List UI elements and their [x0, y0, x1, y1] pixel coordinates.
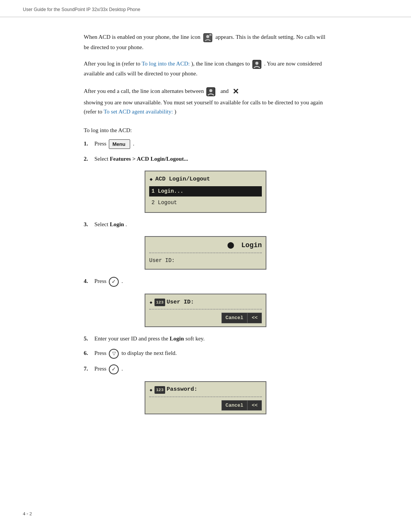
page-footer: 4 - 2 — [23, 511, 32, 517]
step-1-text-after: . — [133, 141, 134, 147]
p3-and: and — [220, 88, 229, 94]
x-icon: ✕ — [233, 85, 239, 98]
password-title-icon: ⬥ — [149, 385, 153, 395]
back-button[interactable]: << — [247, 313, 262, 323]
svg-point-5 — [255, 62, 258, 65]
step-4-content: Press ✓ . — [94, 276, 327, 287]
paragraph-3: After you end a call, the line icon alte… — [84, 85, 327, 117]
check-mark: ✓ — [112, 277, 116, 286]
p3-start: After you end a call, the line icon alte… — [84, 88, 204, 94]
acd-available-icon — [252, 59, 261, 69]
page-content: When ACD is enabled on your phone, the l… — [0, 17, 411, 444]
step-3-content: Select Login . — [94, 220, 327, 229]
step-7-text-after: . — [121, 366, 123, 372]
check-mark-2: ✓ — [112, 365, 116, 374]
step-2-content: Select Features > ACD Login/Logout... — [94, 154, 327, 164]
login-title-text: Login — [241, 241, 262, 249]
keyboard-badge: 123 — [155, 299, 165, 306]
step-6-content: Press ▽ to display the next field. — [94, 348, 327, 359]
svg-text:≡: ≡ — [210, 35, 211, 37]
acd-item-logout: 2 Logout — [149, 198, 262, 208]
check-button-icon[interactable]: ✓ — [109, 277, 119, 287]
step-7-num: 7. — [84, 364, 94, 374]
p2-start: After you log in (refer to — [84, 61, 140, 67]
step-2-text: Select — [94, 156, 108, 162]
acd-screen-title-bar: ⬥ ACD Login/Logout — [149, 174, 262, 184]
step-6-text-after: to display the next field. — [121, 350, 177, 356]
steps-list: 1. Press Menu . 2. Select Features > ACD… — [84, 139, 327, 414]
section-heading: To log into the ACD: — [84, 127, 327, 134]
step-2: 2. Select Features > ACD Login/Logout... — [84, 154, 327, 164]
svg-point-7 — [209, 89, 212, 92]
step-3-text: Select — [94, 221, 108, 227]
down-button-icon[interactable]: ▽ — [109, 349, 119, 359]
acd-title-icon: ⬥ — [149, 174, 153, 184]
step-5: 5. Enter your user ID and press the Logi… — [84, 334, 327, 343]
step-1-text-before: Press — [94, 141, 107, 147]
step-2-bold: Features > ACD Login/Logout... — [110, 156, 188, 162]
down-arrow: ▽ — [112, 350, 116, 358]
user-id-screen: ⬥ 123 User ID: Cancel << — [145, 294, 266, 327]
step-7-content: Press ✓ . — [94, 364, 327, 374]
step-7: 7. Press ✓ . — [84, 364, 327, 374]
acd-unavailable-icon — [206, 86, 215, 96]
login-screen-title: ⬤ Login — [149, 240, 262, 254]
login-screen-container: ⬤ Login User ID: — [84, 236, 327, 270]
user-id-label: User ID: — [167, 298, 194, 307]
step-5-content: Enter your user ID and press the Login s… — [94, 334, 327, 343]
page-number: 4 - 2 — [23, 511, 32, 516]
password-screen: ⬥ 123 Password: Cancel << — [145, 381, 266, 415]
cancel-button[interactable]: Cancel — [221, 313, 248, 323]
user-id-title-icon: ⬥ — [149, 297, 153, 307]
step-4-text-before: Press — [94, 278, 107, 284]
paragraph-2: After you log in (refer to To log into t… — [84, 59, 327, 78]
password-buttons: Cancel << — [149, 400, 262, 411]
acd-screen-title: ACD Login/Logout — [155, 175, 210, 184]
password-cancel-button[interactable]: Cancel — [221, 400, 248, 411]
step-4: 4. Press ✓ . — [84, 276, 327, 287]
step-3-num: 3. — [84, 220, 94, 229]
step-6-num: 6. — [84, 348, 94, 358]
password-back-button[interactable]: << — [247, 400, 262, 411]
login-screen-field: User ID: — [149, 256, 262, 266]
header-text: User Guide for the SoundPoint IP 32x/33x… — [23, 7, 140, 12]
acd-login-logout-screen: ⬥ ACD Login/Logout 1 Login... 2 Logout — [145, 171, 266, 213]
step-4-text-after: . — [121, 278, 123, 284]
acd-screen-container: ⬥ ACD Login/Logout 1 Login... 2 Logout — [84, 171, 327, 213]
step-2-num: 2. — [84, 154, 94, 164]
acd-item-login: 1 Login... — [149, 186, 262, 197]
user-id-title-bar: ⬥ 123 User ID: — [149, 297, 262, 310]
password-label: Password: — [167, 385, 198, 395]
step-5-text-before: Enter your user ID and press the — [94, 335, 168, 342]
p3-end: ) — [174, 109, 176, 115]
step-3: 3. Select Login . — [84, 220, 327, 229]
password-keyboard-badge: 123 — [155, 386, 165, 394]
step-1-num: 1. — [84, 139, 94, 149]
step-1: 1. Press Menu . — [84, 139, 327, 149]
step-3-after: . — [126, 221, 127, 227]
acd-log-in-link[interactable]: To log into the ACD: — [142, 61, 190, 67]
password-title-bar: ⬥ 123 Password: — [149, 385, 262, 397]
p2-end: ), the line icon changes to — [191, 61, 250, 67]
login-screen-icon: ⬤ — [227, 242, 234, 249]
paragraph-1: When ACD is enabled on your phone, the l… — [84, 32, 327, 52]
menu-button[interactable]: Menu — [109, 139, 130, 149]
step-1-content: Press Menu . — [94, 139, 327, 149]
step-6: 6. Press ▽ to display the next field. — [84, 348, 327, 359]
password-screen-container: ⬥ 123 Password: Cancel << — [84, 381, 327, 415]
set-availability-link[interactable]: To set ACD agent availability: — [104, 109, 173, 115]
acd-line-icon: ≡ — [203, 32, 213, 43]
step-3-bold: Login — [110, 221, 124, 227]
check-button-icon-2[interactable]: ✓ — [109, 364, 119, 374]
step-7-text-before: Press — [94, 366, 107, 372]
user-id-buttons: Cancel << — [149, 313, 262, 323]
step-5-bold: Login — [170, 335, 184, 342]
p1-text: When ACD is enabled on your phone, the l… — [84, 34, 201, 40]
step-6-text-before: Press — [94, 350, 107, 356]
userid-screen-container: ⬥ 123 User ID: Cancel << — [84, 294, 327, 327]
step-5-num: 5. — [84, 334, 94, 343]
login-screen: ⬤ Login User ID: — [145, 236, 266, 270]
step-4-num: 4. — [84, 276, 94, 286]
page-header: User Guide for the SoundPoint IP 32x/33x… — [0, 0, 411, 17]
step-5-text-after: soft key. — [185, 335, 205, 342]
